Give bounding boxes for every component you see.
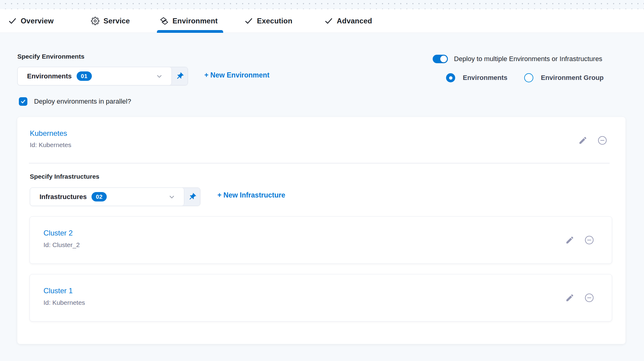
- environment-actions: [578, 135, 608, 146]
- environments-count-badge: 01: [77, 71, 92, 81]
- tab-environment[interactable]: Environment: [160, 9, 218, 33]
- multi-env-toggle-row: Deploy to multiple Environments or Infra…: [433, 55, 602, 63]
- infrastructure-id: Id: Cluster_2: [43, 241, 80, 249]
- pin-input-type-button[interactable]: [184, 188, 200, 206]
- toggle-knob: [440, 56, 447, 62]
- infrastructure-name-link[interactable]: Cluster 2: [43, 229, 73, 237]
- pushpin-icon: [175, 72, 184, 81]
- environment-id: Id: Kubernetes: [30, 141, 71, 149]
- check-icon: [324, 17, 333, 25]
- environments-dropdown[interactable]: Environments 01: [18, 67, 172, 85]
- infrastructures-dropdown[interactable]: Infrastructures 02: [30, 188, 184, 206]
- chevron-down-icon: [156, 73, 163, 80]
- infrastructure-card: Cluster 2 Id: Cluster_2: [29, 216, 612, 264]
- pin-input-type-button[interactable]: [172, 67, 188, 85]
- deploy-parallel-checkbox-row[interactable]: Deploy environments in parallel?: [19, 97, 131, 106]
- environment-icon: [160, 17, 168, 25]
- radio-label: Environments: [463, 74, 507, 82]
- tab-label: Service: [103, 17, 130, 25]
- tab-label: Advanced: [337, 17, 372, 25]
- tab-service[interactable]: Service: [91, 9, 130, 33]
- multi-env-toggle-label: Deploy to multiple Environments or Infra…: [454, 55, 602, 63]
- tab-execution[interactable]: Execution: [244, 9, 293, 33]
- environment-tab-content: Specify Environments Environments 01 + N…: [0, 33, 644, 361]
- specify-infrastructures-label: Specify Infrastructures: [30, 173, 99, 180]
- remove-minus-icon[interactable]: [584, 235, 594, 245]
- edit-pencil-icon[interactable]: [565, 293, 574, 302]
- radio-label: Environment Group: [541, 74, 604, 82]
- radio-environment-group[interactable]: Environment Group: [524, 73, 604, 82]
- pushpin-icon: [188, 193, 196, 201]
- infrastructure-id: Id: Kubernetes: [43, 299, 85, 306]
- tab-advanced[interactable]: Advanced: [324, 9, 372, 33]
- environment-stage-panel: Overview Service Environment Execution A…: [0, 0, 644, 361]
- radio-environments[interactable]: Environments: [446, 73, 507, 82]
- dropdown-label: Environments: [27, 72, 72, 80]
- radio-selected-icon: [446, 73, 455, 82]
- remove-minus-icon[interactable]: [597, 135, 608, 146]
- infrastructure-actions: [565, 293, 594, 303]
- infrastructure-actions: [565, 235, 594, 245]
- environment-card: Kubernetes Id: Kubernetes Specify Infras…: [17, 117, 625, 344]
- environment-name-link[interactable]: Kubernetes: [30, 129, 67, 138]
- tab-label: Overview: [21, 17, 54, 25]
- check-icon: [8, 17, 17, 25]
- gear-icon: [91, 17, 99, 25]
- specify-environments-label: Specify Environments: [17, 53, 85, 60]
- tab-label: Execution: [257, 17, 293, 25]
- remove-minus-icon[interactable]: [584, 293, 594, 303]
- card-divider: [29, 163, 610, 163]
- infrastructures-dropdown-group: Infrastructures 02: [30, 187, 200, 206]
- infrastructure-card: Cluster 1 Id: Kubernetes: [29, 274, 612, 321]
- stage-tab-bar: Overview Service Environment Execution A…: [0, 9, 644, 33]
- edit-pencil-icon[interactable]: [578, 136, 587, 145]
- checkbox-checked-icon[interactable]: [19, 97, 27, 106]
- radio-unselected-icon: [524, 73, 533, 82]
- edit-pencil-icon[interactable]: [565, 236, 574, 245]
- environments-dropdown-group: Environments 01: [17, 67, 188, 85]
- infrastructures-count-badge: 02: [92, 192, 107, 201]
- check-icon: [244, 17, 253, 25]
- new-environment-link[interactable]: + New Environment: [204, 71, 269, 79]
- tab-overview[interactable]: Overview: [8, 9, 54, 33]
- dropdown-label: Infrastructures: [40, 193, 87, 201]
- deploy-parallel-label: Deploy environments in parallel?: [34, 98, 131, 105]
- infrastructure-name-link[interactable]: Cluster 1: [43, 287, 73, 295]
- pipeline-canvas-dots: [0, 0, 644, 9]
- chevron-down-icon: [168, 193, 175, 201]
- env-type-radio-group: Environments Environment Group: [446, 73, 604, 82]
- tab-label: Environment: [172, 17, 218, 25]
- multi-env-toggle[interactable]: [433, 55, 448, 63]
- new-infrastructure-link[interactable]: + New Infrastructure: [217, 191, 285, 199]
